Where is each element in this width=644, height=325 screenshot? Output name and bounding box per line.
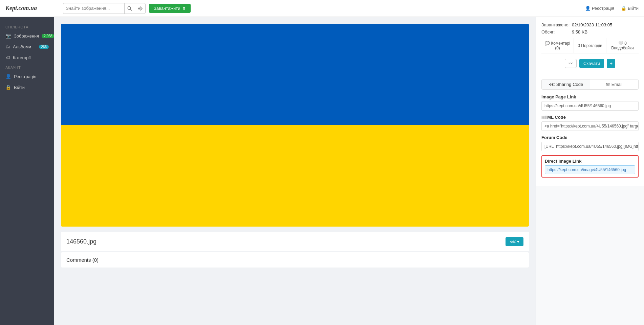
image-page-link-label: Image Page Link (541, 94, 639, 99)
sidebar-item-categories[interactable]: 🏷 Категорії (0, 52, 54, 63)
share-dropdown-icon: ▾ (517, 239, 519, 244)
upload-button[interactable]: Завантажити ⬆ (149, 4, 191, 13)
comments-section: Comments (0) (61, 252, 529, 268)
sharing-tabs: ⋘ Sharing Code ✉ Email (541, 79, 639, 90)
albums-icon: 🗂 (5, 44, 10, 49)
html-code-value: <a href="https://kept.com.ua/4U55/146560… (542, 122, 639, 131)
svg-point-2 (139, 7, 141, 9)
right-panel: Завантажено: 02/10/2023 11:03:05 Обсяг: … (536, 17, 644, 325)
topbar: Kept.com.ua Завантажити ⬆ 👤 Реєстрація 🔒… (0, 0, 644, 17)
stat-likes: 🤍 0 Вподобайки (606, 38, 639, 53)
flag-blue-stripe (61, 24, 529, 125)
views-stat-label: 0 Переглядів (578, 43, 602, 48)
uploaded-label: Завантажено: (541, 22, 572, 27)
share-button[interactable]: ⋘ ▾ (506, 237, 523, 246)
tab-sharing-code[interactable]: ⋘ Sharing Code (542, 79, 590, 89)
download-dropdown-button[interactable]: + (607, 59, 615, 68)
camera-icon: 📷 (5, 33, 11, 39)
sidebar-item-albums[interactable]: 🗂 Альбоми 266 (0, 41, 54, 52)
sidebar-label-login: Війти (14, 85, 25, 90)
forum-code-scrollable[interactable]: [URL=https://kept.com.ua/4U55/146560.jpg… (541, 142, 639, 151)
albums-badge: 266 (39, 45, 49, 49)
image-page-link-section: Image Page Link https://kept.com.ua/4U55… (541, 94, 639, 111)
size-row: Обсяг: 9.58 KB (541, 29, 639, 34)
sidebar-item-login[interactable]: 🔒 Війти (0, 82, 54, 93)
image-page-link-input[interactable]: https://kept.com.ua/4U55/146560.jpg (541, 101, 639, 111)
uploaded-value: 02/10/2023 11:03:05 (572, 22, 612, 27)
sharing-code-tab-label: Sharing Code (556, 82, 583, 87)
stat-views: 0 Переглядів (574, 38, 606, 53)
login-icon: 🔒 (5, 85, 11, 90)
action-row: 〰 Скачати + (541, 56, 639, 69)
size-value: 9.58 KB (572, 29, 587, 34)
sidebar-label-albums: Альбоми (13, 44, 31, 49)
sidebar-section-account: Акаунт (0, 63, 54, 71)
sidebar-item-register[interactable]: 👤 Реєстрація (0, 71, 54, 82)
image-display (61, 24, 529, 227)
chart-button[interactable]: 〰 (565, 59, 577, 68)
register-link[interactable]: 👤 Реєстрація (585, 6, 614, 11)
uploaded-row: Завантажено: 02/10/2023 11:03:05 (541, 22, 639, 27)
sidebar-label-images: Зображення (14, 33, 39, 39)
image-filename: 146560.jpg (66, 238, 96, 245)
sharing-code-tab-icon: ⋘ (549, 82, 555, 87)
sidebar-section-community: Спільнота (0, 22, 54, 30)
search-wrapper (63, 3, 146, 14)
email-tab-label: Email (611, 82, 623, 87)
image-footer: 146560.jpg ⋘ ▾ (61, 232, 529, 251)
topbar-right: 👤 Реєстрація 🔒 Війти (585, 6, 639, 11)
download-label: Скачати (583, 61, 600, 66)
direct-image-link-section: Direct Image Link https://kept.com.ua/im… (541, 155, 639, 178)
size-label: Обсяг: (541, 29, 572, 34)
comments-label: Comments (0) (66, 257, 99, 263)
stats-row: 💬 Коментарі (0) 0 Переглядів 🤍 0 Вподоба… (541, 38, 639, 53)
forum-code-label: Forum Code (541, 135, 639, 140)
login-link[interactable]: 🔒 Війти (621, 6, 639, 11)
tab-email[interactable]: ✉ Email (590, 79, 638, 89)
direct-image-link-label: Direct Image Link (545, 159, 635, 164)
forum-code-field: [URL=https://kept.com.ua/4U55/146560.jpg… (541, 142, 639, 151)
site-logo: Kept.com.ua (5, 5, 60, 12)
images-badge: 2,968 (42, 34, 54, 38)
download-button[interactable]: Скачати (579, 59, 604, 68)
flag-yellow-stripe (61, 125, 529, 227)
sharing-panel: ⋘ Sharing Code ✉ Email Image Page Link h… (536, 75, 644, 186)
main-content: 146560.jpg ⋘ ▾ Comments (0) (54, 17, 536, 325)
categories-icon: 🏷 (5, 55, 10, 60)
upload-label: Завантажити (154, 6, 180, 11)
html-code-label: HTML Code (541, 115, 639, 120)
sidebar-label-categories: Категорії (13, 55, 31, 60)
search-settings-button[interactable] (135, 3, 145, 14)
comments-stat-label: 💬 Коментарі (0) (543, 41, 572, 50)
search-button[interactable] (124, 3, 135, 14)
chart-icon: 〰 (568, 61, 573, 66)
direct-image-link-input[interactable]: https://kept.com.ua/image/4U55/146560.jp… (545, 165, 635, 174)
lock-icon: 🔒 (621, 6, 626, 11)
search-input[interactable] (63, 6, 124, 11)
person-icon: 👤 (585, 6, 591, 11)
search-icon (127, 6, 132, 11)
gear-icon (138, 6, 143, 11)
svg-line-1 (130, 9, 132, 10)
info-box: Завантажено: 02/10/2023 11:03:05 Обсяг: … (536, 17, 644, 75)
forum-code-value: [URL=https://kept.com.ua/4U55/146560.jpg… (542, 142, 639, 151)
forum-code-section: Forum Code [URL=https://kept.com.ua/4U55… (541, 135, 639, 151)
register-icon: 👤 (5, 74, 11, 79)
sidebar: Спільнота 📷 Зображення 2,968 🗂 Альбоми 2… (0, 17, 54, 325)
download-dropdown-icon: + (610, 61, 613, 66)
upload-icon: ⬆ (182, 6, 186, 11)
stat-comments: 💬 Коментарі (0) (541, 38, 574, 53)
html-code-scrollable[interactable]: <a href="https://kept.com.ua/4U55/146560… (541, 121, 639, 131)
sidebar-item-images[interactable]: 📷 Зображення 2,968 (0, 30, 54, 41)
sidebar-label-register: Реєстрація (14, 74, 36, 79)
email-tab-icon: ✉ (606, 82, 610, 87)
layout: Спільнота 📷 Зображення 2,968 🗂 Альбоми 2… (0, 17, 644, 325)
html-code-field: <a href="https://kept.com.ua/4U55/146560… (541, 121, 639, 131)
share-icon: ⋘ (510, 239, 516, 244)
likes-stat-label: 🤍 0 Вподобайки (608, 41, 637, 50)
image-container (61, 24, 529, 227)
html-code-section: HTML Code <a href="https://kept.com.ua/4… (541, 115, 639, 131)
